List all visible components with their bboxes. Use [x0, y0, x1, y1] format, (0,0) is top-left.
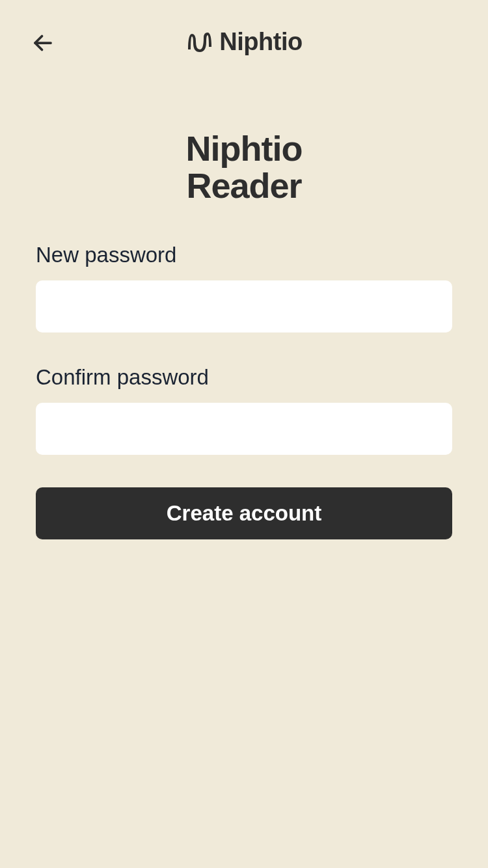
confirm-password-group: Confirm password — [36, 365, 452, 455]
page-title: Niphtio Reader — [36, 130, 452, 204]
confirm-password-input[interactable] — [36, 403, 452, 455]
new-password-input[interactable] — [36, 280, 452, 332]
create-account-button[interactable]: Create account — [36, 487, 452, 539]
new-password-label: New password — [36, 243, 452, 267]
confirm-password-label: Confirm password — [36, 365, 452, 390]
brand-logo: Niphtio — [185, 28, 302, 56]
brand-name: Niphtio — [219, 28, 302, 56]
back-button[interactable] — [31, 31, 55, 55]
arrow-left-icon — [31, 31, 55, 55]
header: Niphtio — [0, 0, 488, 65]
main-content: Niphtio Reader New password Confirm pass… — [0, 130, 488, 539]
niphtio-logo-icon — [185, 29, 211, 55]
new-password-group: New password — [36, 243, 452, 332]
